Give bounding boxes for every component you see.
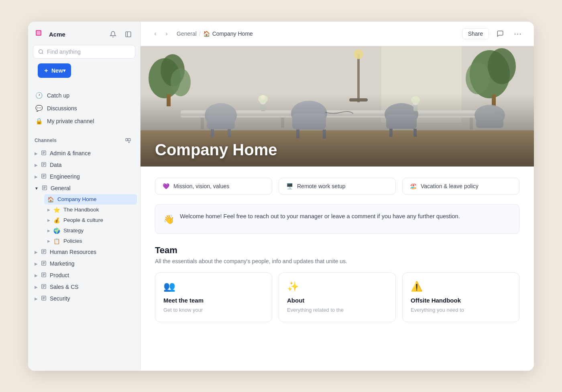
quick-link-label: Mission, vision, values xyxy=(173,183,229,189)
sidebar-item-product[interactable]: ▶ Product xyxy=(31,270,137,281)
team-section-subtitle: All the essentials about the company's p… xyxy=(155,258,519,264)
search-placeholder: Find anything xyxy=(47,49,81,55)
channel-label: Engineering xyxy=(50,173,80,180)
content-area: Company Home 💜 Mission, vision, values 🖥… xyxy=(140,46,534,371)
share-label: Share xyxy=(468,30,483,37)
sidebar-item-discussions[interactable]: 💬 Discussions xyxy=(31,102,137,115)
search-bar[interactable]: Find anything xyxy=(33,45,135,59)
new-button[interactable]: New ▾ xyxy=(38,63,71,78)
quick-link-vacation[interactable]: 🏖️ Vacation & leave policy xyxy=(402,178,519,195)
sidebar-item-data[interactable]: ▶ Data xyxy=(31,159,137,171)
team-card-desc: Everything related to the xyxy=(287,306,387,314)
office-scene-svg: Company Home xyxy=(140,46,534,167)
sidebar-item-general[interactable]: ▼ General xyxy=(31,183,137,194)
svg-rect-9 xyxy=(128,138,130,141)
ellipsis-icon: ··· xyxy=(514,29,522,38)
plus-icon xyxy=(43,68,49,73)
policies-emoji: 📋 xyxy=(53,238,60,244)
channel-label: General xyxy=(51,185,71,191)
sidebar-item-label: The Handbook xyxy=(63,207,99,213)
collapse-icon: ▶ xyxy=(35,297,38,301)
sidebar-item-policies[interactable]: ▶ 📋 Policies xyxy=(44,236,137,246)
channel-icon xyxy=(41,272,47,279)
sidebar-item-security[interactable]: ▶ Security xyxy=(31,293,137,305)
nav-item-label: Catch up xyxy=(47,92,69,99)
breadcrumb-emoji: 🏠 xyxy=(203,30,210,37)
notifications-button[interactable] xyxy=(107,29,118,40)
forward-button[interactable]: › xyxy=(161,28,172,39)
quick-link-mission[interactable]: 💜 Mission, vision, values xyxy=(155,178,272,195)
doc-icon xyxy=(41,260,47,266)
more-options-button[interactable]: ··· xyxy=(511,27,524,40)
channel-label: Product xyxy=(50,272,69,278)
channels-section-header: Channels xyxy=(28,132,140,148)
channel-icon xyxy=(41,284,47,290)
team-card-title: Offsite Handbook xyxy=(411,297,511,304)
strategy-emoji: 🌍 xyxy=(53,227,60,234)
nav-item-label: My private channel xyxy=(47,118,94,124)
welcome-text: Welcome home! Feel free to reach out to … xyxy=(180,212,460,221)
add-icon xyxy=(125,138,131,143)
sidebar-item-marketing[interactable]: ▶ Marketing xyxy=(31,258,137,270)
sidebar-header-icons xyxy=(107,29,134,40)
doc-icon xyxy=(41,249,47,254)
svg-text:Company Home: Company Home xyxy=(155,141,277,158)
collapse-icon: ▶ xyxy=(35,163,38,167)
quick-links: 💜 Mission, vision, values 🖥️ Remote work… xyxy=(155,178,519,195)
sidebar-item-engineering[interactable]: ▶ Engineering xyxy=(31,171,137,183)
doc-icon xyxy=(41,150,47,156)
share-button[interactable]: Share xyxy=(462,28,489,39)
sidebar-item-admin-finance[interactable]: ▶ Admin & finance xyxy=(31,148,137,159)
channel-icon xyxy=(41,162,47,169)
sidebar-item-the-handbook[interactable]: ▶ ⭐ The Handbook xyxy=(44,205,137,215)
search-icon xyxy=(38,49,44,55)
sidebar-item-label: Strategy xyxy=(63,227,83,234)
quick-link-remote-work[interactable]: 🖥️ Remote work setup xyxy=(279,178,396,195)
add-channel-button[interactable] xyxy=(122,135,134,146)
breadcrumb: ‹ › General / 🏠 Company Home xyxy=(150,28,253,39)
sidebar-item-label: People & culture xyxy=(63,217,103,223)
svg-rect-1 xyxy=(37,31,41,35)
comment-icon xyxy=(497,30,504,37)
lock-icon: 🔒 xyxy=(35,118,43,125)
expand-icon: ▶ xyxy=(47,208,50,212)
new-button-label: New xyxy=(51,67,63,74)
comment-button[interactable] xyxy=(494,27,507,40)
doc-icon xyxy=(41,284,47,289)
quick-link-label: Vacation & leave policy xyxy=(421,183,479,189)
vacation-emoji: 🏖️ xyxy=(410,183,417,189)
team-card-meet-team[interactable]: 👥 Meet the team Get to know your xyxy=(155,272,272,323)
team-card-about[interactable]: ✨ About Everything related to the xyxy=(279,272,396,323)
welcome-emoji: 👋 xyxy=(163,212,174,226)
sidebar-item-sales-cs[interactable]: ▶ Sales & CS xyxy=(31,281,137,293)
sidebar-item-label: Company Home xyxy=(57,196,97,202)
channel-label: Admin & finance xyxy=(50,150,91,156)
collapse-icon: ▶ xyxy=(35,285,38,289)
expand-icon: ▶ xyxy=(47,239,50,243)
breadcrumb-current: Company Home xyxy=(212,30,253,37)
team-card-offsite-handbook[interactable]: ⚠️ Offsite Handbook Everything you need … xyxy=(402,272,519,323)
svg-rect-8 xyxy=(126,138,128,141)
breadcrumb-parent: General xyxy=(177,30,197,37)
back-button[interactable]: ‹ xyxy=(150,28,161,39)
svg-line-5 xyxy=(42,53,43,54)
sidebar-item-private-channel[interactable]: 🔒 My private channel xyxy=(31,115,137,128)
about-emoji: ✨ xyxy=(287,281,387,292)
doc-icon xyxy=(41,173,47,179)
hero-image: Company Home xyxy=(140,46,534,167)
sidebar-item-people-culture[interactable]: ▶ 💰 People & culture xyxy=(44,215,137,225)
people-culture-emoji: 💰 xyxy=(53,217,60,223)
channel-label: Security xyxy=(50,295,70,302)
channels-list: ▶ Admin & finance ▶ xyxy=(28,148,140,371)
sidebar-item-company-home[interactable]: 🏠 Company Home xyxy=(44,194,137,205)
sidebar-item-human-resources[interactable]: ▶ Human Resources xyxy=(31,246,137,258)
team-section: Team All the essentials about the compan… xyxy=(155,245,519,323)
toggle-sidebar-button[interactable] xyxy=(122,29,134,40)
svg-point-4 xyxy=(39,49,43,53)
sidebar-item-strategy[interactable]: ▶ 🌍 Strategy xyxy=(44,225,137,236)
channel-icon xyxy=(41,260,47,267)
team-card-desc: Get to know your xyxy=(163,306,264,314)
team-cards: 👥 Meet the team Get to know your ✨ About… xyxy=(155,272,519,323)
sidebar-item-catch-up[interactable]: 🕐 Catch up xyxy=(31,89,137,102)
collapse-icon: ▶ xyxy=(35,151,38,156)
